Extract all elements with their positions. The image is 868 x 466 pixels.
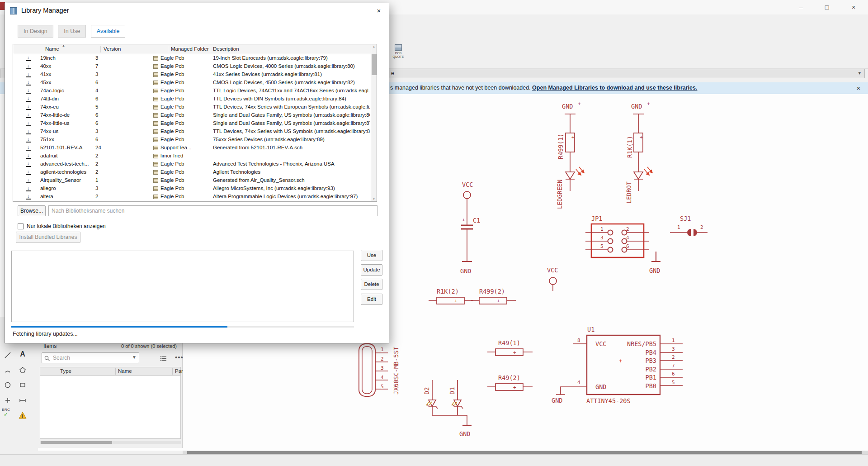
schematic-label[interactable]: + (513, 350, 516, 356)
schematic-label[interactable]: VCC (547, 266, 558, 274)
tab-in-design[interactable]: In Design (18, 25, 53, 38)
library-row[interactable]: ↓40xx7Eagle PcbCMOS Logic Devices, 4000 … (13, 62, 371, 71)
library-row[interactable]: ↓45xx6Eagle PcbCMOS Logic Devices, 4500 … (13, 79, 371, 87)
library-row[interactable]: ↓19inch3Eagle Pcb19-Inch Slot Eurocards … (13, 54, 371, 62)
polygon-tool[interactable] (17, 364, 28, 376)
schematic-label[interactable]: VCC (595, 340, 606, 347)
schematic-label[interactable]: + (462, 217, 465, 223)
scroll-down-icon[interactable]: ▼ (371, 198, 377, 200)
schematic-label[interactable]: 5 (600, 243, 604, 249)
update-button[interactable]: Update (361, 264, 382, 276)
schematic-label[interactable]: GND (460, 267, 471, 275)
scrollbar-thumb[interactable] (41, 441, 112, 444)
schematic-label[interactable]: 1 (672, 338, 675, 343)
library-row[interactable]: ↓advanced-test-tech...2Eagle PcbAdvanced… (13, 160, 371, 168)
schematic-label[interactable]: VCC (462, 181, 473, 188)
schematic-label[interactable]: 1 (677, 224, 680, 230)
library-row[interactable]: ↓74xx-us3Eagle PcbTTL Devices, 74xx Seri… (13, 128, 371, 136)
items-table-body[interactable] (40, 376, 181, 439)
library-row[interactable]: ↓agilent-technologies2Eagle PcbAgilent T… (13, 168, 371, 176)
schematic-label[interactable]: PB4 (646, 349, 656, 356)
schematic-label[interactable]: R49(2) (498, 374, 520, 381)
library-table-header[interactable]: ▲ Name Version Managed Folder Descriptio… (13, 44, 377, 54)
schematic-label[interactable]: 3 (672, 346, 675, 352)
local-libraries-checkbox[interactable] (18, 223, 24, 229)
canvas-horizontal-scrollbar[interactable] (183, 451, 868, 454)
use-button[interactable]: Use (361, 250, 382, 261)
delete-button[interactable]: Delete (361, 279, 382, 290)
errors-warning-icon[interactable] (17, 409, 28, 421)
list-view-icon[interactable] (160, 355, 167, 363)
browse-button[interactable]: Browse... (18, 205, 46, 216)
tab-in-use[interactable]: In Use (58, 25, 86, 38)
library-row[interactable]: ↓74xx-little-de6Eagle PcbSingle and Dual… (13, 111, 371, 119)
library-row[interactable]: ↓751xx6Eagle Pcb75xxx Series Devices (ur… (13, 136, 371, 144)
library-row[interactable]: ↓41xx3Eagle Pcb41xx Series Devices (urn:… (13, 71, 371, 79)
schematic-label[interactable]: 2 (381, 356, 384, 362)
schematic-label[interactable]: + (513, 385, 516, 390)
library-row[interactable]: ↓allegro3Eagle PcbAllegro MicroSystems, … (13, 185, 371, 193)
items-table-header[interactable]: Type Name Par (40, 367, 181, 376)
schematic-label[interactable]: + (640, 134, 643, 140)
column-managed-folder[interactable]: Managed Folder (171, 46, 209, 52)
library-search-input[interactable] (48, 205, 377, 216)
schematic-label[interactable]: 1 (600, 226, 604, 232)
mark-tool[interactable] (2, 395, 14, 406)
schematic-label[interactable]: D1 (448, 387, 456, 395)
schematic-label[interactable]: 5 (381, 384, 384, 390)
scrollbar-thumb[interactable] (372, 54, 377, 75)
schematic-label[interactable]: R499(1) (557, 133, 564, 159)
schematic-label[interactable]: GND (649, 267, 660, 274)
schematic-label[interactable]: GND (459, 430, 470, 437)
schematic-label[interactable]: PB2 (646, 366, 656, 373)
arc-tool[interactable] (2, 364, 14, 376)
schematic-label[interactable]: 2 (700, 224, 703, 230)
schematic-label[interactable]: 4 (626, 235, 629, 241)
schematic-label[interactable]: GND (595, 383, 606, 390)
schematic-label[interactable]: 4 (577, 380, 580, 385)
schematic-label[interactable]: 6 (672, 371, 675, 377)
schematic-label[interactable]: + (571, 134, 575, 140)
schematic-label[interactable]: R49(1) (498, 339, 520, 347)
schematic-label[interactable]: + (578, 101, 581, 107)
schematic-label[interactable]: LEDGREEN (556, 180, 563, 209)
schematic-label[interactable]: U1 (587, 326, 594, 333)
schematic-label[interactable]: R499(2) (479, 288, 505, 295)
more-options-icon[interactable]: ••• (175, 353, 184, 361)
schematic-label[interactable]: 8 (577, 338, 580, 343)
library-row[interactable]: ↓74ttl-din6Eagle PcbTTL Devices with DIN… (13, 95, 371, 103)
schematic-label[interactable]: 6 (626, 243, 629, 249)
dimension-tool[interactable] (17, 395, 28, 406)
library-table-scrollbar[interactable]: ▲ ▼ (371, 44, 377, 201)
tab-available[interactable]: Available (91, 25, 126, 38)
library-row[interactable]: ↓74xx-eu5Eagle PcbTTL Devices, 74xx Seri… (13, 103, 371, 111)
schematic-label[interactable]: 4 (381, 375, 384, 380)
schematic-label[interactable]: + (497, 298, 500, 304)
schematic-label[interactable]: JX60SC-MB-5ST (392, 347, 400, 395)
schematic-label[interactable]: JP1 (591, 215, 602, 222)
schematic-label[interactable]: 1 (381, 347, 384, 352)
scroll-up-icon[interactable]: ▲ (371, 45, 377, 48)
library-row[interactable]: ↓74xx-little-us6Eagle PcbSingle and Dual… (13, 119, 371, 128)
schematic-label[interactable]: R1K(2) (437, 288, 459, 295)
dialog-titlebar[interactable]: Library Manager × (5, 3, 389, 19)
schematic-label[interactable]: SJ1 (680, 215, 691, 222)
schematic-label[interactable]: + (647, 101, 650, 107)
library-row[interactable]: ↓74ac-logic4Eagle PcbTTL Logic Devices, … (13, 87, 371, 95)
dialog-close-icon[interactable]: × (369, 3, 389, 19)
edit-button[interactable]: Edit (361, 294, 382, 305)
schematic-label[interactable]: D2 (423, 387, 430, 395)
circle-tool[interactable] (2, 379, 14, 391)
chevron-down-icon[interactable]: ▼ (132, 355, 137, 360)
schematic-label[interactable]: GND (631, 103, 642, 110)
library-row[interactable]: ↓Airquality_Sensor1Eagle PcbGenerated fr… (13, 176, 371, 185)
schematic-label[interactable]: 3 (381, 365, 384, 371)
schematic-label[interactable]: LEDROT (625, 181, 632, 204)
items-search-input[interactable] (52, 354, 129, 362)
schematic-label[interactable]: ATTINY45-20S (586, 397, 631, 404)
schematic-label[interactable]: R1K(1) (626, 136, 633, 158)
schematic-label[interactable]: 2 (672, 354, 675, 360)
column-name[interactable]: Name (45, 46, 59, 52)
schematic-label[interactable]: PB0 (646, 382, 656, 390)
column-version[interactable]: Version (104, 46, 121, 52)
